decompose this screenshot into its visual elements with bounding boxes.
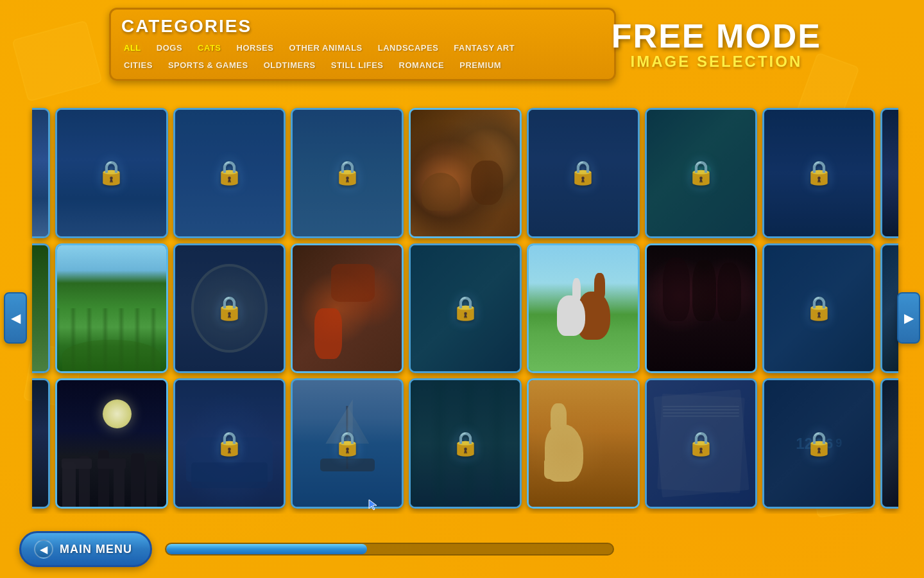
lock-icon: 🔒 xyxy=(805,159,834,186)
locked-overlay: 🔒 xyxy=(175,380,284,507)
tab-dogs[interactable]: DOGS xyxy=(154,42,185,54)
image-card-1-5[interactable]: 🔒 xyxy=(527,108,640,238)
grid-row-2: 🔒 🔒 xyxy=(32,243,898,374)
free-mode-subtitle: IMAGE SELECTION xyxy=(612,53,821,71)
lock-icon: 🔒 xyxy=(451,295,480,322)
image-card-2-5[interactable] xyxy=(527,243,640,374)
image-card-2-6[interactable] xyxy=(645,243,758,374)
tab-row-1: ALL DOGS CATS HORSES OTHER ANIMALS LANDS… xyxy=(121,42,517,54)
categories-title: CATEGORIES xyxy=(121,16,604,37)
moon xyxy=(103,399,132,428)
tab-romance[interactable]: ROMANCE xyxy=(397,59,447,71)
right-arrow-icon: ▶ xyxy=(904,310,914,326)
image-card-1-6[interactable]: ♥ 🔒 xyxy=(645,108,758,238)
grid-row-1: 🔒 🔒 🔒 xyxy=(32,108,898,238)
lock-icon: 🔒 xyxy=(805,295,834,322)
image-card-2-7[interactable]: 🔒 xyxy=(762,243,875,374)
locked-overlay: 🔒 xyxy=(175,110,284,236)
locked-overlay: 🔒 xyxy=(293,380,402,507)
lock-icon: 🔒 xyxy=(333,430,362,457)
image-card-2-4[interactable]: 🔒 xyxy=(409,243,522,374)
tab-still-lifes[interactable]: STILL LIFES xyxy=(329,59,386,71)
lock-icon: 🔒 xyxy=(215,430,244,457)
category-tabs: ALL DOGS CATS HORSES OTHER ANIMALS LANDS… xyxy=(121,42,604,71)
nav-arrow-left[interactable]: ◀ xyxy=(4,292,27,344)
free-mode-title: FREE MODE xyxy=(612,19,821,53)
free-mode-heading: FREE MODE IMAGE SELECTION xyxy=(612,19,821,71)
image-card-partial-right-2[interactable] xyxy=(880,243,898,374)
locked-overlay: 🔒 xyxy=(647,380,756,507)
image-card-partial-left-1[interactable] xyxy=(32,108,50,238)
grid-row-3: 🔒 🔒 🔒 xyxy=(32,378,898,509)
tab-landscapes[interactable]: LANDSCAPES xyxy=(375,42,441,54)
tab-horses[interactable]: HORSES xyxy=(234,42,277,54)
locked-overlay: 🔒 xyxy=(764,110,873,236)
lock-icon: 🔒 xyxy=(687,159,715,186)
locked-overlay: 🔒 xyxy=(529,110,638,236)
tab-sports-games[interactable]: SPORTS & GAMES xyxy=(166,59,251,71)
image-card-2-2[interactable]: 🔒 xyxy=(173,243,286,374)
image-card-partial-right-3[interactable] xyxy=(880,378,898,509)
locked-overlay: 🔒 xyxy=(57,110,166,236)
tab-all[interactable]: ALL xyxy=(121,42,144,54)
bottom-bar: ◀ MAIN MENU xyxy=(0,520,924,578)
image-card-3-3[interactable]: 🔒 xyxy=(291,378,404,509)
nav-arrow-right[interactable]: ▶ xyxy=(897,292,920,344)
locked-overlay: 🔒 xyxy=(411,245,520,372)
image-card-1-3[interactable]: 🔒 xyxy=(291,108,404,238)
categories-panel: CATEGORIES ALL DOGS CATS HORSES OTHER AN… xyxy=(109,8,616,81)
image-card-1-4[interactable] xyxy=(409,108,522,238)
image-card-2-3[interactable] xyxy=(291,243,404,374)
locked-overlay: 🔒 xyxy=(764,380,873,507)
progress-fill xyxy=(166,544,367,554)
lock-icon: 🔒 xyxy=(333,159,362,186)
image-card-2-1[interactable] xyxy=(55,243,168,374)
image-card-partial-left-2[interactable] xyxy=(32,243,50,374)
locked-overlay: 🔒 xyxy=(175,245,284,372)
tab-oldtimers[interactable]: OLDTIMERS xyxy=(261,59,318,71)
tab-cities[interactable]: CITIES xyxy=(121,59,155,71)
image-card-1-7[interactable]: 🔒 xyxy=(762,108,875,238)
image-card-3-6[interactable]: 🔒 xyxy=(645,378,758,509)
image-card-3-2[interactable]: 🔒 xyxy=(173,378,286,509)
lock-icon: 🔒 xyxy=(687,430,715,457)
image-card-partial-right-1[interactable] xyxy=(880,108,898,238)
tab-other-animals[interactable]: OTHER ANIMALS xyxy=(286,42,364,54)
lock-icon: 🔒 xyxy=(215,159,244,186)
image-card-3-1[interactable] xyxy=(55,378,168,509)
lock-icon: 🔒 xyxy=(451,430,480,457)
progress-bar-container xyxy=(165,543,614,556)
locked-overlay: 🔒 xyxy=(764,245,873,372)
tab-premium[interactable]: PREMIUM xyxy=(457,59,504,71)
image-card-3-5[interactable] xyxy=(527,378,640,509)
image-card-1-1[interactable]: 🔒 xyxy=(55,108,168,238)
tab-fantasy-art[interactable]: FANTASY ART xyxy=(451,42,517,54)
tab-row-2: CITIES SPORTS & GAMES OLDTIMERS STILL LI… xyxy=(121,59,504,71)
locked-overlay: 🔒 xyxy=(293,110,402,236)
lock-icon: 🔒 xyxy=(97,159,126,186)
image-card-3-7[interactable]: 12 3 6 9 🔒 xyxy=(762,378,875,509)
image-grid: 🔒 🔒 🔒 xyxy=(0,103,924,514)
main-menu-label: MAIN MENU xyxy=(60,543,132,556)
lock-icon: 🔒 xyxy=(569,159,597,186)
lock-icon: 🔒 xyxy=(215,295,244,322)
main-menu-button[interactable]: ◀ MAIN MENU xyxy=(19,531,152,567)
image-card-3-4[interactable]: 🔒 xyxy=(409,378,522,509)
left-arrow-icon: ◀ xyxy=(11,310,21,326)
image-card-partial-left-3[interactable] xyxy=(32,378,50,509)
tab-cats[interactable]: CATS xyxy=(195,42,223,54)
lock-icon: 🔒 xyxy=(805,430,834,457)
image-card-1-2[interactable]: 🔒 xyxy=(173,108,286,238)
locked-overlay: 🔒 xyxy=(647,110,756,236)
locked-overlay: 🔒 xyxy=(411,380,520,507)
main-menu-back-icon: ◀ xyxy=(34,539,53,559)
